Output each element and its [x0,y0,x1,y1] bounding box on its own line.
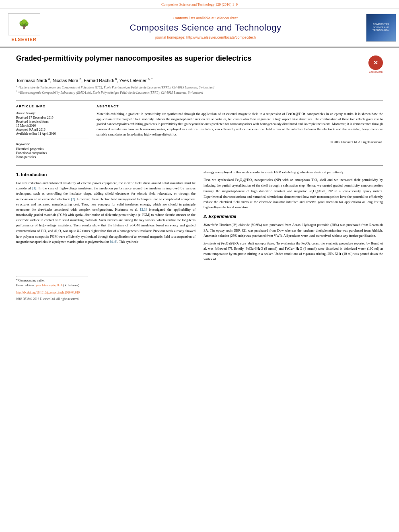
ref-2[interactable]: [2] [71,197,75,201]
article-info-column: ARTICLE INFO Article history: Received 1… [16,105,88,159]
experimental-heading: 2. Experimental [204,213,383,220]
materials-label: Materials: [204,223,218,227]
crossmark-label: CrossMark [368,70,383,73]
issn-area: 0266-3538/© 2016 Elsevier Ltd. All right… [16,296,195,302]
ref-4-6[interactable]: [4–6] [110,240,117,244]
article-title-area: Graded-permittivity polymer nanocomposit… [16,54,383,73]
introduction-heading: 1. Introduction [16,171,195,178]
homepage-link[interactable]: http://www.elsevier.com/locate/compscite… [186,35,256,39]
authors-line: Tommaso Nardi a, Nicolas Mora b, Farhad … [16,77,383,83]
copyright: © 2016 Elsevier Ltd. All rights reserved… [97,140,383,144]
keyword-3: Nano particles [16,155,88,159]
revised-date: 15 March 2016 [16,124,88,127]
history-label: Article history: [16,111,88,115]
doi-link[interactable]: http://dx.doi.org/10.1016/j.compscitech.… [16,291,80,294]
affiliation-b: b ᵇ Electromagnetic Compatibility Labora… [16,90,383,95]
received-date: Received 17 December 2015 [16,116,88,119]
journal-center: Contents lists available at ScienceDirec… [48,12,363,43]
science-direct-link[interactable]: ScienceDirect [216,16,238,20]
paper-content: Graded-permittivity polymer nanocomposit… [0,47,399,310]
left-body-column: 1. Introduction For size reduction and e… [16,170,195,302]
elsevier-logo-area: 🌳 ELSEVIER [0,12,48,43]
info-abstract-section: ARTICLE INFO Article history: Received 1… [16,100,383,159]
right-body-column: strategy is employed in this work in ord… [204,170,383,302]
elsevier-tree-logo: 🌳 [8,13,40,35]
science-direct-line: Contents lists available at ScienceDirec… [173,16,238,20]
crossmark-badge[interactable]: ✕ [368,55,383,70]
journal-citation: Composites Science and Technology 129 (2… [161,2,238,6]
keyword-1: Electrical properties [16,147,88,151]
revised-label: Received in revised form [16,120,88,123]
journal-homepage-line: journal homepage: http://www.elsevier.co… [155,35,256,39]
synthesis-label: Synthesis of Fe₃O₄@TiO₂ core–shell nanop… [204,241,275,245]
intro-continuation: strategy is employed in this work in ord… [204,170,383,175]
journal-title: Composites Science and Technology [130,23,282,33]
issn-text: 0266-3538/© 2016 Elsevier Ltd. All right… [16,297,79,301]
elsevier-brand: ELSEVIER [11,37,36,42]
keyword-2: Functional composites [16,151,88,155]
keywords-label: Keywords: [16,142,88,146]
journal-cover-image: COMPOSITESSCIENCE ANDTECHNOLOGY [363,12,399,43]
footnote-divider [16,276,88,277]
tree-icon: 🌳 [19,19,29,30]
email-footnote: E-mail address: yves.leterrier@epfl.ch (… [16,283,195,288]
info-divider [16,138,88,138]
email-link[interactable]: yves.leterrier@epfl.ch [36,283,63,287]
ref-2-3[interactable]: [2,3] [140,207,147,212]
abstract-column: ABSTRACT Materials exhibiting a gradient… [97,105,383,159]
footnote-area: * Corresponding author. E-mail address: … [16,247,195,302]
cover-thumbnail: COMPOSITESSCIENCE ANDTECHNOLOGY [366,14,396,42]
synthesis-paragraph: Synthesis of Fe₃O₄@TiO₂ core–shell nanop… [204,241,383,262]
available-date: Available online 11 April 2016 [16,132,88,136]
right-para-2: First, we synthesized Fe3O4@TiO2 nanopar… [204,177,383,210]
affiliation-a: a ᵃ Laboratoire de Technologie des Compo… [16,84,383,90]
doi-area: http://dx.doi.org/10.1016/j.compscitech.… [16,290,195,295]
body-columns: 1. Introduction For size reduction and e… [16,170,383,302]
body-divider [16,165,383,166]
corresponding-author-note: * Corresponding author. [16,278,195,283]
article-title: Graded-permittivity polymer nanocomposit… [16,54,364,63]
materials-paragraph: Materials: Titanium(IV) chloride (99.9%)… [204,222,383,238]
journal-header: 🌳 ELSEVIER Contents lists available at S… [0,8,399,47]
abstract-text: Materials exhibiting a gradient in permi… [97,111,383,137]
affiliations: a ᵃ Laboratoire de Technologie des Compo… [16,84,383,95]
crossmark-area[interactable]: ✕ CrossMark [368,55,383,73]
ref-1[interactable]: [1] [32,186,36,190]
journal-citation-bar: Composites Science and Technology 129 (2… [0,0,399,8]
keywords-section: Keywords: Electrical properties Function… [16,142,88,159]
intro-paragraph-1: For size reduction and enhanced reliabil… [16,181,195,244]
abstract-heading: ABSTRACT [97,105,383,108]
article-info-heading: ARTICLE INFO [16,105,88,108]
accepted-date: Accepted 9 April 2016 [16,128,88,131]
